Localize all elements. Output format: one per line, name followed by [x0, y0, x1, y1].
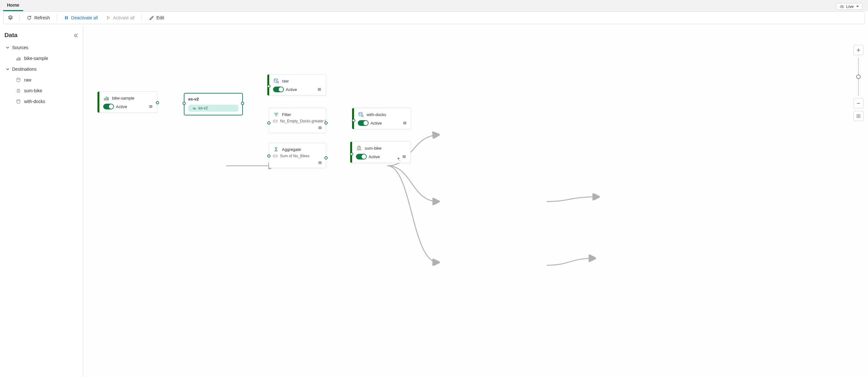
sources-label: Sources: [12, 45, 28, 50]
refresh-button[interactable]: Refresh: [24, 13, 53, 23]
canvas[interactable]: bike-sample Active es-v2 es-v2: [83, 26, 868, 377]
live-mode-dropdown[interactable]: Live: [836, 3, 862, 10]
sidebar-item-label: raw: [24, 77, 31, 82]
svg-rect-1: [65, 16, 66, 19]
filter-detail: No_Empty_Docks greater t...: [280, 119, 326, 123]
active-toggle[interactable]: [103, 104, 114, 109]
chevrons-left-icon: [73, 33, 79, 38]
sidebar-item-raw[interactable]: raw: [4, 75, 79, 84]
main: Data Sources bike-sample Destinations ra…: [0, 26, 868, 377]
lakehouse-icon: [16, 88, 21, 93]
port-out[interactable]: [324, 156, 328, 160]
activate-all-label: Activate all: [113, 15, 134, 20]
chevron-down-icon: [6, 67, 9, 71]
sidebar-item-sum-bike[interactable]: sum-bike: [4, 86, 79, 95]
node-sum-bike[interactable]: sum-bike Active: [352, 141, 411, 163]
svg-rect-17: [857, 114, 860, 117]
node-bike-sample[interactable]: bike-sample Active: [99, 91, 157, 113]
svg-point-11: [274, 79, 277, 80]
edges: [83, 26, 868, 377]
port-in[interactable]: [267, 122, 271, 125]
svg-point-6: [17, 78, 20, 79]
zoom-slider-thumb[interactable]: [856, 74, 861, 79]
edit-button[interactable]: Edit: [146, 13, 167, 23]
svg-point-15: [359, 112, 362, 114]
zoom-out-button[interactable]: [854, 98, 864, 108]
node-menu[interactable]: [317, 87, 322, 92]
port-in[interactable]: [183, 102, 186, 105]
sidebar-item-label: with-docks: [24, 99, 45, 104]
collapse-sidebar-button[interactable]: [73, 33, 79, 38]
edit-icon: [149, 15, 154, 20]
sidebar-item-label: sum-bike: [24, 88, 42, 93]
svg-rect-8: [104, 98, 105, 100]
sources-section[interactable]: Sources: [4, 43, 79, 52]
node-menu[interactable]: [402, 121, 407, 126]
eye-icon: [840, 4, 844, 9]
menu-icon: [318, 161, 322, 165]
port-out[interactable]: [324, 122, 328, 125]
tab-home[interactable]: Home: [3, 1, 23, 11]
node-with-docks[interactable]: with-docks Active: [354, 108, 411, 129]
sidebar-item-bike-sample[interactable]: bike-sample: [4, 54, 79, 63]
sidebar: Data Sources bike-sample Destinations ra…: [0, 26, 83, 377]
active-toggle[interactable]: [356, 154, 367, 160]
tab-home-label: Home: [7, 3, 19, 8]
port-in[interactable]: [350, 152, 353, 156]
menu-icon: [318, 126, 322, 130]
node-menu[interactable]: [402, 154, 407, 159]
field-icon: [273, 119, 277, 123]
svg-point-16: [361, 115, 363, 117]
plus-icon: [856, 48, 861, 52]
zoom-in-button[interactable]: [854, 45, 864, 55]
filter-icon: [273, 111, 279, 117]
edit-label: Edit: [157, 15, 164, 20]
port-in[interactable]: [352, 119, 355, 122]
zoom-slider[interactable]: [858, 58, 859, 96]
svg-point-0: [841, 6, 843, 7]
live-label: Live: [846, 4, 854, 9]
sidebar-item-with-docks[interactable]: with-docks: [4, 97, 79, 106]
chevron-down-icon: [856, 6, 859, 7]
command-bar: Refresh Deactivate all Activate all Edit: [3, 11, 865, 24]
node-menu[interactable]: [317, 125, 322, 130]
status-label: Active: [116, 104, 127, 109]
port-out[interactable]: [156, 101, 159, 104]
swirl-icon: [192, 106, 196, 110]
database-search-icon: [273, 78, 279, 84]
node-es-v2[interactable]: es-v2 es-v2: [184, 93, 243, 115]
svg-rect-4: [18, 57, 19, 60]
deactivate-all-label: Deactivate all: [71, 15, 98, 20]
node-raw[interactable]: raw Active: [269, 74, 326, 96]
activate-all-button[interactable]: Activate all: [103, 13, 138, 23]
tab-strip: Home Live: [0, 0, 868, 11]
chip-label: es-v2: [198, 106, 208, 110]
settings-button[interactable]: [5, 13, 16, 23]
refresh-icon: [27, 15, 32, 20]
port-in[interactable]: [267, 155, 271, 158]
node-filter[interactable]: Filter No_Empty_Docks greater t...: [269, 108, 326, 133]
svg-rect-13: [273, 120, 277, 122]
node-title: Filter: [282, 112, 291, 117]
fit-to-screen-button[interactable]: [854, 111, 864, 121]
node-menu[interactable]: [148, 104, 153, 109]
active-toggle[interactable]: [358, 120, 369, 126]
bar-chart-icon: [103, 95, 110, 101]
port-out[interactable]: [241, 102, 244, 105]
node-title: raw: [282, 79, 288, 83]
menu-icon: [403, 121, 407, 125]
svg-rect-3: [17, 59, 18, 60]
svg-rect-10: [108, 98, 108, 100]
destinations-section[interactable]: Destinations: [4, 65, 79, 74]
deactivate-all-button[interactable]: Deactivate all: [61, 13, 101, 23]
field-icon: [273, 154, 277, 158]
destinations-label: Destinations: [12, 67, 36, 72]
node-title: bike-sample: [112, 96, 134, 101]
port-in[interactable]: [267, 85, 271, 88]
bar-chart-icon: [16, 56, 21, 61]
menu-icon: [317, 87, 321, 92]
node-aggregate[interactable]: Aggregate Sum of No_Bikes: [269, 143, 326, 168]
active-toggle[interactable]: [273, 87, 284, 92]
transform-chip[interactable]: es-v2: [188, 105, 239, 112]
node-menu[interactable]: [317, 160, 322, 165]
